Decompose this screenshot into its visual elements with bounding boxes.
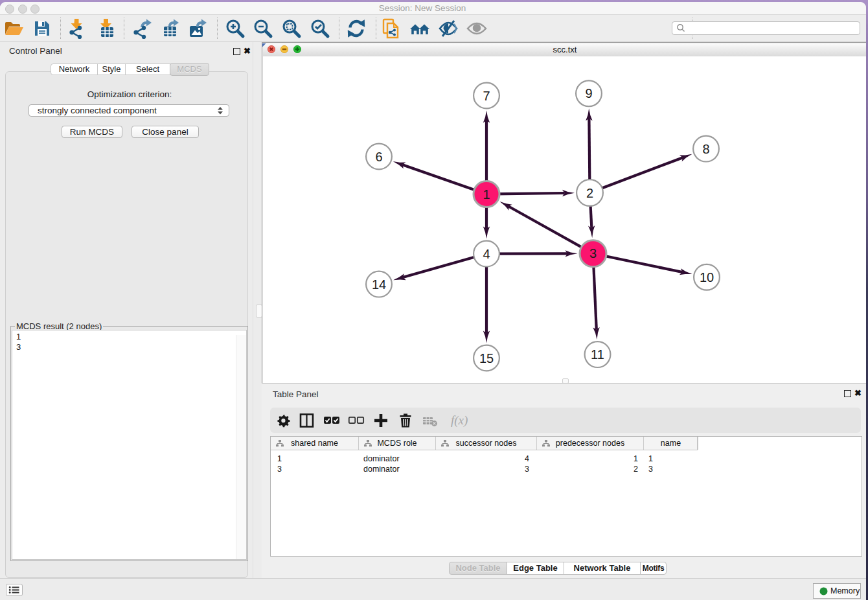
svg-text:10: 10 bbox=[700, 270, 714, 284]
svg-text:4: 4 bbox=[483, 247, 490, 261]
svg-text:11: 11 bbox=[591, 347, 604, 362]
svg-text:7: 7 bbox=[483, 89, 490, 103]
svg-text:f(x): f(x) bbox=[451, 413, 468, 428]
svg-text:6: 6 bbox=[375, 150, 382, 164]
svg-text:14: 14 bbox=[372, 277, 386, 292]
svg-text:2: 2 bbox=[586, 186, 593, 200]
svg-text:3: 3 bbox=[589, 246, 597, 260]
svg-text:9: 9 bbox=[585, 86, 592, 100]
svg-text:15: 15 bbox=[479, 351, 494, 365]
svg-text:1: 1 bbox=[483, 187, 490, 202]
svg-text:8: 8 bbox=[702, 142, 709, 156]
